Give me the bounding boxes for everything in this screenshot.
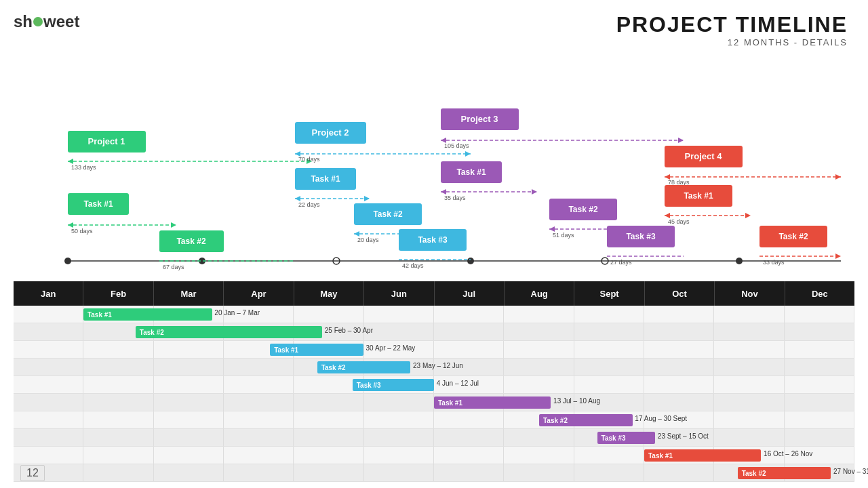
bg-cell <box>785 323 854 340</box>
bg-cell <box>574 341 644 358</box>
bg-cell <box>14 306 83 323</box>
svg-marker-27 <box>295 151 300 157</box>
page-number: 12 <box>20 465 45 481</box>
bg-cell <box>785 306 854 323</box>
svg-marker-34 <box>364 196 370 201</box>
bg-cell <box>14 429 83 446</box>
task-row: Task #34 Jun – 12 Jul <box>14 376 854 394</box>
task-row: Task #323 Sept – 15 Oct <box>14 429 854 447</box>
bg-cell <box>714 323 784 340</box>
task-bar: Task #1 <box>270 344 363 356</box>
month-cell-jul: Jul <box>435 281 505 306</box>
svg-text:133 days: 133 days <box>71 164 96 171</box>
bg-cell <box>434 341 504 358</box>
bg-cell <box>504 323 574 340</box>
task-date-label: 13 Jul – 10 Aug <box>553 397 600 405</box>
bg-cell <box>364 394 434 411</box>
bg-cell <box>434 323 504 340</box>
bg-cell <box>14 411 83 428</box>
bg-cell <box>83 429 153 446</box>
svg-marker-71 <box>665 174 670 180</box>
task-date-label: 20 Jan – 7 Mar <box>214 309 260 317</box>
month-cell-mar: Mar <box>154 281 224 306</box>
bg-cell <box>294 394 363 411</box>
task-row: Task #227 Nov – 31 Dec <box>14 464 854 482</box>
bg-cell <box>154 464 224 481</box>
svg-text:Task #3: Task #3 <box>418 235 447 245</box>
month-cell-feb: Feb <box>83 281 153 306</box>
logo: sh weet <box>14 12 79 31</box>
bg-cell <box>224 411 294 428</box>
svg-text:27 days: 27 days <box>610 259 632 266</box>
svg-text:Task #2: Task #2 <box>778 232 808 241</box>
bg-cell <box>644 306 714 323</box>
bg-cell <box>504 306 574 323</box>
bg-cell <box>83 394 153 411</box>
svg-point-1 <box>64 258 71 264</box>
month-cell-apr: Apr <box>224 281 294 306</box>
bg-cell <box>714 411 784 428</box>
bg-cell <box>364 306 434 323</box>
svg-text:Project 2: Project 2 <box>312 127 349 138</box>
bg-cell <box>224 394 294 411</box>
bg-cell <box>224 464 294 481</box>
svg-text:105 days: 105 days <box>444 142 469 149</box>
svg-marker-49 <box>441 138 446 143</box>
bg-cell <box>83 411 153 428</box>
bg-cell <box>224 376 294 393</box>
task-date-label: 16 Oct – 26 Nov <box>764 450 812 458</box>
svg-text:35 days: 35 days <box>444 195 466 201</box>
bg-cell <box>154 341 224 358</box>
bg-cell <box>504 359 574 375</box>
svg-marker-11 <box>68 159 73 164</box>
bg-cell <box>574 376 644 393</box>
bg-cell <box>294 429 363 446</box>
bg-cell <box>574 306 644 323</box>
logo-text-after: weet <box>43 12 79 31</box>
svg-marker-77 <box>665 213 670 218</box>
bg-cell <box>785 376 854 393</box>
bg-cell <box>294 447 363 464</box>
bg-cell <box>644 359 714 375</box>
task-bar: Task #1 <box>434 396 551 409</box>
logo-dot-icon <box>33 17 43 26</box>
svg-marker-78 <box>745 213 751 218</box>
task-row: Task #130 Apr – 22 May <box>14 341 854 359</box>
svg-text:Project 3: Project 3 <box>461 114 498 124</box>
bg-cell <box>434 464 504 481</box>
bg-cell <box>504 447 574 464</box>
task-bar: Task #2 <box>136 326 322 338</box>
bg-cell <box>714 341 784 358</box>
logo-text-before: sh <box>14 12 33 31</box>
bg-cell <box>504 429 574 446</box>
page-title: Project Timeline <box>616 12 848 37</box>
bg-cell <box>154 447 224 464</box>
bg-cell <box>364 323 434 340</box>
svg-text:20 days: 20 days <box>357 237 379 243</box>
svg-text:Project 4: Project 4 <box>685 151 723 161</box>
bg-cell <box>14 341 83 358</box>
svg-text:45 days: 45 days <box>668 218 690 225</box>
svg-text:78 days: 78 days <box>668 179 690 186</box>
task-bar: Task #2 <box>539 414 633 426</box>
bg-cell <box>154 359 224 375</box>
task-row: Task #120 Jan – 7 Mar <box>14 306 854 323</box>
bg-cell <box>294 306 363 323</box>
bg-cell <box>83 376 153 393</box>
bg-cell <box>14 359 83 375</box>
month-header-row: JanFebMarAprMayJunJulAugSeptOctNovDec <box>14 281 854 306</box>
svg-marker-18 <box>171 222 176 228</box>
task-row: Task #217 Aug – 30 Sept <box>14 411 854 429</box>
svg-text:Task #1: Task #1 <box>684 191 713 201</box>
task-row: Task #116 Oct – 26 Nov <box>14 447 854 464</box>
bg-cell <box>154 429 224 446</box>
gantt-top-chart: Project 1 133 days Task #1 50 days Task … <box>14 51 854 281</box>
bg-cell <box>644 394 714 411</box>
month-cell-dec: Dec <box>785 281 854 306</box>
bg-cell <box>14 394 83 411</box>
task-bar: Task #3 <box>353 379 434 391</box>
bg-cell <box>644 323 714 340</box>
bg-cell <box>574 359 644 375</box>
svg-text:70 days: 70 days <box>298 156 320 163</box>
bg-cell <box>785 341 854 358</box>
